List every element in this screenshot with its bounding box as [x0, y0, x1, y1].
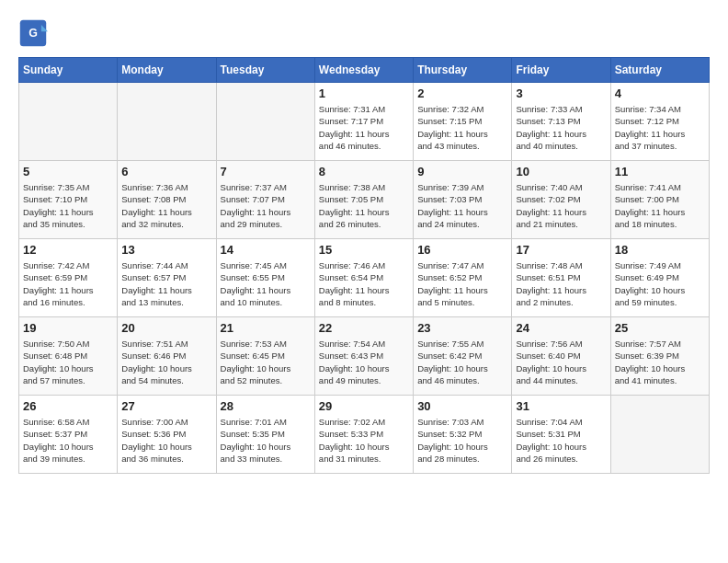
day-info: Sunrise: 7:50 AMSunset: 6:48 PMDaylight:… [23, 338, 113, 386]
day-number: 12 [23, 243, 113, 257]
day-info: Sunrise: 7:46 AMSunset: 6:54 PMDaylight:… [319, 259, 409, 308]
day-number: 19 [23, 321, 113, 335]
day-info: Sunrise: 7:40 AMSunset: 7:02 PMDaylight:… [516, 181, 606, 230]
day-cell: 9Sunrise: 7:39 AMSunset: 7:03 PMDaylight… [414, 161, 512, 239]
day-number: 17 [516, 243, 606, 257]
day-number: 23 [417, 321, 507, 335]
day-info: Sunrise: 7:57 AMSunset: 6:39 PMDaylight:… [615, 338, 705, 386]
day-cell [216, 83, 314, 161]
header-row: SundayMondayTuesdayWednesdayThursdayFrid… [19, 58, 710, 83]
day-info: Sunrise: 7:56 AMSunset: 6:40 PMDaylight:… [516, 338, 606, 386]
day-number: 9 [417, 165, 507, 178]
week-row-3: 12Sunrise: 7:42 AMSunset: 6:59 PMDayligh… [19, 239, 710, 317]
calendar-table: SundayMondayTuesdayWednesdayThursdayFrid… [18, 57, 710, 474]
header-day-friday: Friday [512, 58, 610, 83]
day-number: 6 [121, 165, 211, 178]
day-cell: 14Sunrise: 7:45 AMSunset: 6:55 PMDayligh… [216, 239, 314, 317]
day-info: Sunrise: 7:35 AMSunset: 7:10 PMDaylight:… [23, 181, 113, 230]
day-number: 31 [516, 399, 606, 413]
day-info: Sunrise: 7:02 AMSunset: 5:33 PMDaylight:… [319, 416, 409, 465]
day-cell: 18Sunrise: 7:49 AMSunset: 6:49 PMDayligh… [610, 239, 709, 317]
day-info: Sunrise: 7:37 AMSunset: 7:07 PMDaylight:… [221, 181, 311, 230]
day-info: Sunrise: 7:48 AMSunset: 6:51 PMDaylight:… [516, 259, 606, 308]
day-info: Sunrise: 7:45 AMSunset: 6:55 PMDaylight:… [221, 259, 311, 308]
day-number: 1 [319, 86, 409, 100]
day-cell: 5Sunrise: 7:35 AMSunset: 7:10 PMDaylight… [19, 161, 118, 239]
day-cell: 4Sunrise: 7:34 AMSunset: 7:12 PMDaylight… [610, 83, 709, 161]
day-info: Sunrise: 7:32 AMSunset: 7:15 PMDaylight:… [417, 103, 507, 152]
day-number: 13 [121, 243, 211, 257]
week-row-2: 5Sunrise: 7:35 AMSunset: 7:10 PMDaylight… [19, 161, 710, 239]
day-number: 16 [417, 243, 507, 257]
day-number: 5 [23, 165, 113, 178]
day-info: Sunrise: 6:58 AMSunset: 5:37 PMDaylight:… [23, 416, 113, 465]
day-cell: 15Sunrise: 7:46 AMSunset: 6:54 PMDayligh… [314, 239, 413, 317]
week-row-4: 19Sunrise: 7:50 AMSunset: 6:48 PMDayligh… [19, 317, 710, 396]
week-row-1: 1Sunrise: 7:31 AMSunset: 7:17 PMDaylight… [19, 83, 710, 161]
day-info: Sunrise: 7:01 AMSunset: 5:35 PMDaylight:… [221, 416, 311, 465]
day-number: 22 [319, 321, 409, 335]
svg-text:G: G [28, 27, 38, 40]
day-info: Sunrise: 7:34 AMSunset: 7:12 PMDaylight:… [615, 103, 705, 152]
calendar-body: 1Sunrise: 7:31 AMSunset: 7:17 PMDaylight… [19, 83, 710, 474]
header-day-thursday: Thursday [414, 58, 512, 83]
day-cell: 21Sunrise: 7:53 AMSunset: 6:45 PMDayligh… [216, 317, 314, 396]
day-info: Sunrise: 7:42 AMSunset: 6:59 PMDaylight:… [23, 259, 113, 308]
day-info: Sunrise: 7:36 AMSunset: 7:08 PMDaylight:… [121, 181, 211, 230]
day-info: Sunrise: 7:38 AMSunset: 7:05 PMDaylight:… [319, 181, 409, 230]
day-info: Sunrise: 7:03 AMSunset: 5:32 PMDaylight:… [417, 416, 507, 465]
header-day-sunday: Sunday [19, 58, 118, 83]
day-info: Sunrise: 7:53 AMSunset: 6:45 PMDaylight:… [221, 338, 311, 386]
day-number: 7 [221, 165, 311, 178]
day-cell: 23Sunrise: 7:55 AMSunset: 6:42 PMDayligh… [414, 317, 512, 396]
day-cell [610, 396, 709, 474]
day-number: 3 [516, 86, 606, 100]
day-cell: 6Sunrise: 7:36 AMSunset: 7:08 PMDaylight… [118, 161, 216, 239]
day-number: 2 [417, 86, 507, 100]
day-info: Sunrise: 7:55 AMSunset: 6:42 PMDaylight:… [417, 338, 507, 386]
day-cell: 24Sunrise: 7:56 AMSunset: 6:40 PMDayligh… [512, 317, 610, 396]
header-day-tuesday: Tuesday [216, 58, 314, 83]
day-number: 26 [23, 399, 113, 413]
header-day-saturday: Saturday [610, 58, 709, 83]
day-cell: 7Sunrise: 7:37 AMSunset: 7:07 PMDaylight… [216, 161, 314, 239]
day-info: Sunrise: 7:41 AMSunset: 7:00 PMDaylight:… [615, 181, 705, 230]
day-number: 24 [516, 321, 606, 335]
day-info: Sunrise: 7:51 AMSunset: 6:46 PMDaylight:… [121, 338, 211, 386]
day-number: 10 [516, 165, 606, 178]
day-number: 20 [121, 321, 211, 335]
day-info: Sunrise: 7:39 AMSunset: 7:03 PMDaylight:… [417, 181, 507, 230]
day-cell: 22Sunrise: 7:54 AMSunset: 6:43 PMDayligh… [314, 317, 413, 396]
day-info: Sunrise: 7:04 AMSunset: 5:31 PMDaylight:… [516, 416, 606, 465]
day-cell: 16Sunrise: 7:47 AMSunset: 6:52 PMDayligh… [414, 239, 512, 317]
page-header: G [18, 18, 710, 48]
day-cell: 17Sunrise: 7:48 AMSunset: 6:51 PMDayligh… [512, 239, 610, 317]
day-info: Sunrise: 7:44 AMSunset: 6:57 PMDaylight:… [121, 259, 211, 308]
day-info: Sunrise: 7:47 AMSunset: 6:52 PMDaylight:… [417, 259, 507, 308]
day-cell: 12Sunrise: 7:42 AMSunset: 6:59 PMDayligh… [19, 239, 118, 317]
header-day-wednesday: Wednesday [314, 58, 413, 83]
day-number: 15 [319, 243, 409, 257]
day-cell: 2Sunrise: 7:32 AMSunset: 7:15 PMDaylight… [414, 83, 512, 161]
day-cell: 10Sunrise: 7:40 AMSunset: 7:02 PMDayligh… [512, 161, 610, 239]
day-cell: 30Sunrise: 7:03 AMSunset: 5:32 PMDayligh… [414, 396, 512, 474]
day-number: 14 [221, 243, 311, 257]
day-number: 18 [615, 243, 705, 257]
day-cell [19, 83, 118, 161]
day-number: 21 [221, 321, 311, 335]
day-cell: 8Sunrise: 7:38 AMSunset: 7:05 PMDaylight… [314, 161, 413, 239]
header-day-monday: Monday [118, 58, 216, 83]
day-info: Sunrise: 7:31 AMSunset: 7:17 PMDaylight:… [319, 103, 409, 152]
day-info: Sunrise: 7:00 AMSunset: 5:36 PMDaylight:… [121, 416, 211, 465]
day-cell: 1Sunrise: 7:31 AMSunset: 7:17 PMDaylight… [314, 83, 413, 161]
day-number: 4 [615, 86, 705, 100]
day-cell [118, 83, 216, 161]
day-cell: 25Sunrise: 7:57 AMSunset: 6:39 PMDayligh… [610, 317, 709, 396]
day-info: Sunrise: 7:33 AMSunset: 7:13 PMDaylight:… [516, 103, 606, 152]
day-number: 11 [615, 165, 705, 178]
day-cell: 3Sunrise: 7:33 AMSunset: 7:13 PMDaylight… [512, 83, 610, 161]
day-cell: 28Sunrise: 7:01 AMSunset: 5:35 PMDayligh… [216, 396, 314, 474]
day-number: 27 [121, 399, 211, 413]
day-number: 8 [319, 165, 409, 178]
day-cell: 13Sunrise: 7:44 AMSunset: 6:57 PMDayligh… [118, 239, 216, 317]
